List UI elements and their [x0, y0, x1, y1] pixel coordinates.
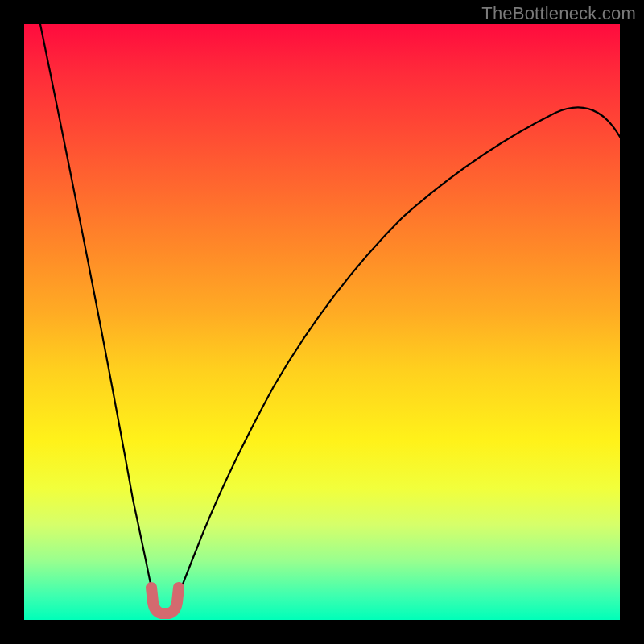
curve-left-branch — [40, 24, 158, 612]
plot-area — [24, 24, 620, 620]
curve-layer — [24, 24, 620, 620]
curve-right-branch — [172, 107, 620, 612]
chart-frame: TheBottleneck.com — [0, 0, 644, 644]
watermark-text: TheBottleneck.com — [481, 3, 636, 24]
valley-marker — [151, 588, 179, 613]
